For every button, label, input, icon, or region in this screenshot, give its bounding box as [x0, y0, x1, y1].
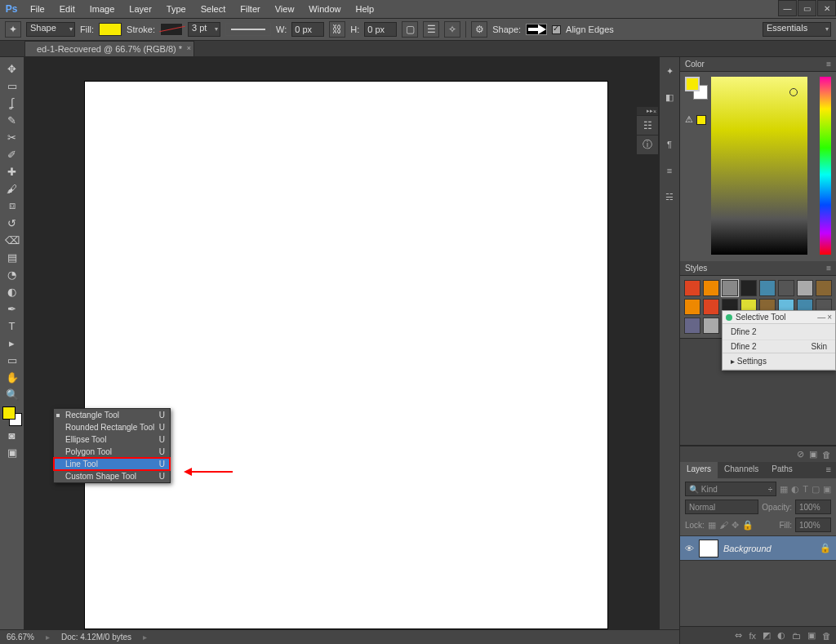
flyout-ellipse[interactable]: Ellipse ToolU [54, 433, 170, 446]
close-button[interactable]: ✕ [817, 0, 836, 16]
hand-tool[interactable]: ✋ [2, 369, 22, 385]
filter-shape-icon[interactable]: ▢ [812, 484, 820, 495]
flyout-rectangle[interactable]: Rectangle ToolU [54, 409, 170, 421]
style-swatch[interactable] [684, 280, 700, 296]
group-icon[interactable]: 🗀 [792, 631, 801, 641]
panel-menu-icon[interactable]: ≡ [821, 462, 836, 478]
mini-close-icon[interactable]: × [653, 109, 656, 114]
color-swatch[interactable] [2, 406, 22, 426]
workspace-select[interactable]: Essentials [763, 22, 831, 37]
lock-icon[interactable]: 🔒 [820, 543, 831, 553]
zoom-tool[interactable]: 🔍 [2, 386, 22, 402]
layer-row[interactable]: 👁 Background 🔒 [680, 536, 836, 561]
blur-tool[interactable]: ◔ [2, 266, 22, 282]
flyout-custom-shape[interactable]: Custom Shape ToolU [54, 470, 170, 482]
canvas[interactable] [85, 82, 607, 628]
filter-pixel-icon[interactable]: ▦ [780, 484, 788, 495]
tab-channels[interactable]: Channels [718, 462, 765, 478]
style-swatch[interactable] [759, 280, 776, 296]
style-swatch[interactable] [703, 299, 719, 315]
quick-select-tool[interactable]: ✎ [2, 112, 22, 128]
quick-mask-icon[interactable]: ◙ [2, 427, 22, 443]
sel-opt1[interactable]: Dfine 2 [731, 342, 757, 351]
mini-info-icon[interactable]: ⓘ [637, 135, 658, 154]
width-input[interactable] [291, 22, 324, 37]
styles-panel-header[interactable]: Styles≡ [680, 261, 836, 276]
lock-trans-icon[interactable]: ▦ [708, 520, 716, 531]
style-swatch[interactable] [722, 280, 738, 296]
menu-window[interactable]: Window [301, 0, 348, 19]
screen-mode-icon[interactable]: ▣ [2, 444, 22, 460]
menu-view[interactable]: View [268, 0, 302, 19]
tab-paths[interactable]: Paths [765, 462, 799, 478]
tab-layers[interactable]: Layers [680, 462, 718, 478]
new-layer-icon[interactable]: ▣ [807, 630, 816, 641]
type-tool[interactable]: T [2, 318, 22, 334]
path-select-tool[interactable]: ▸ [2, 335, 22, 351]
style-swatch[interactable] [684, 299, 700, 315]
character-icon[interactable]: ¶ [662, 137, 677, 152]
doc-size[interactable]: Doc: 4.12M/0 bytes [61, 633, 131, 642]
lasso-tool[interactable]: ʆ [2, 95, 22, 111]
filter-smart-icon[interactable]: ▣ [823, 484, 831, 495]
style-swatch[interactable] [684, 318, 700, 334]
menu-help[interactable]: Help [348, 0, 381, 19]
warning-icon[interactable]: ⚠ [685, 114, 693, 125]
shape-preset[interactable] [526, 24, 547, 35]
brush-tool[interactable]: 🖌 [2, 180, 22, 197]
zoom-value[interactable]: 66.67% [7, 633, 34, 642]
adjustments-icon[interactable]: ◧ [662, 90, 677, 104]
height-input[interactable] [364, 22, 397, 37]
blend-mode-select[interactable]: Normal [685, 500, 758, 514]
arrange-icon[interactable]: ✧ [444, 21, 460, 38]
opacity-input[interactable]: 100% [795, 500, 831, 514]
flyout-rounded-rect[interactable]: Rounded Rectangle ToolU [54, 421, 170, 433]
menu-image[interactable]: Image [82, 0, 122, 19]
panel-menu-icon[interactable]: ≡ [826, 60, 831, 69]
style-swatch[interactable] [703, 280, 719, 296]
menu-layer[interactable]: Layer [122, 0, 159, 19]
sel-opt2[interactable]: Skin [812, 342, 827, 351]
tool-preset-icon[interactable]: ✦ [5, 21, 21, 38]
clear-style-icon[interactable]: ⊘ [797, 449, 804, 460]
hue-slider[interactable] [820, 77, 831, 255]
stroke-style-select[interactable] [225, 23, 271, 36]
style-swatch[interactable] [797, 280, 813, 296]
healing-tool[interactable]: ✚ [2, 163, 22, 180]
gradient-tool[interactable]: ▤ [2, 249, 22, 265]
sel-close-icon[interactable]: × [827, 313, 832, 322]
menu-edit[interactable]: Edit [52, 0, 82, 19]
eyedropper-tool[interactable]: ✐ [2, 146, 22, 162]
menu-type[interactable]: Type [159, 0, 193, 19]
close-tab-icon[interactable]: × [187, 44, 191, 52]
color-marker[interactable] [789, 88, 798, 96]
minimize-button[interactable]: — [778, 0, 797, 16]
style-swatch[interactable] [703, 318, 719, 334]
paragraph-icon[interactable]: ≡ [662, 163, 677, 178]
lock-all-icon[interactable]: 🔒 [742, 520, 754, 531]
mini-properties-icon[interactable]: ☷ [637, 115, 658, 135]
color-panel-header[interactable]: Color≡ [680, 57, 836, 72]
panel-menu-icon[interactable]: ≡ [826, 264, 831, 273]
style-swatch[interactable] [778, 280, 794, 296]
align-icon[interactable]: ☰ [423, 21, 439, 38]
menu-select[interactable]: Select [193, 0, 233, 19]
tool-mode-select[interactable]: Shape [26, 22, 75, 37]
layer-fill-input[interactable]: 100% [795, 517, 831, 532]
style-swatch[interactable] [816, 280, 832, 296]
align-edges-checkbox[interactable] [552, 25, 561, 34]
eraser-tool[interactable]: ⌫ [2, 232, 22, 248]
move-tool[interactable]: ✥ [2, 60, 22, 77]
menu-file[interactable]: File [23, 0, 52, 19]
dodge-tool[interactable]: ◐ [2, 283, 22, 300]
flyout-polygon[interactable]: Polygon ToolU [54, 446, 170, 458]
mask-icon[interactable]: ◩ [763, 630, 771, 641]
lock-pixels-icon[interactable]: 🖌 [719, 520, 728, 530]
selective-tool-window[interactable]: Selective Tool—× Dfine 2 Dfine 2Skin ▸ S… [722, 310, 836, 371]
shape-tool[interactable]: ▭ [2, 352, 22, 368]
pen-tool[interactable]: ✒ [2, 300, 22, 317]
warning-swatch[interactable] [696, 115, 706, 125]
brush-panel-icon[interactable]: ☵ [662, 189, 677, 204]
link-layers-icon[interactable]: ⇔ [735, 630, 742, 641]
stroke-width-input[interactable]: 3 pt [188, 22, 220, 37]
